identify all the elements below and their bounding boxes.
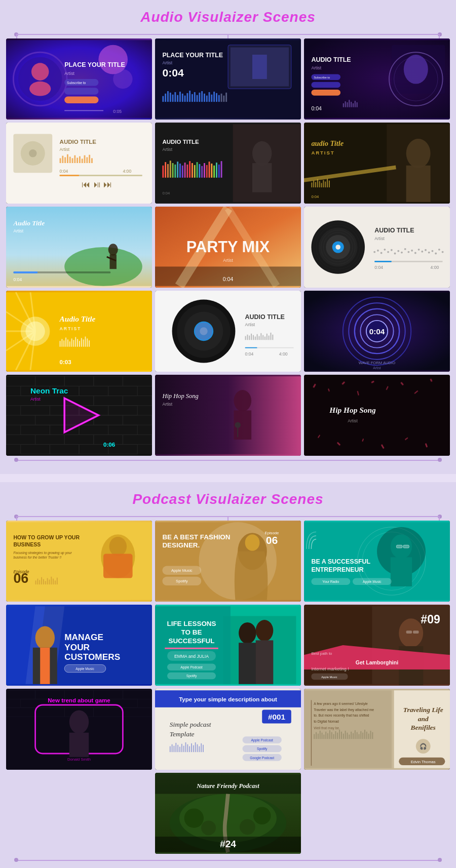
audio-card-7[interactable]: Audio Title Artist 0:04	[6, 207, 152, 288]
svg-text:Apple Music: Apple Music	[75, 667, 94, 671]
audio-card-11[interactable]: AUDIO TITLE Artist	[155, 291, 301, 372]
svg-text:0:06: 0:06	[103, 442, 115, 448]
svg-text:LIFE LESSONS: LIFE LESSONS	[167, 620, 216, 627]
svg-text:4:00: 4:00	[431, 265, 439, 270]
svg-point-177	[387, 251, 389, 253]
svg-rect-218	[75, 337, 76, 347]
svg-rect-136	[317, 179, 318, 187]
svg-rect-87	[89, 155, 90, 163]
svg-rect-195	[374, 261, 392, 262]
svg-rect-27	[174, 92, 176, 102]
svg-text:Google Podcast: Google Podcast	[250, 756, 274, 760]
audio-card-10[interactable]: Audio Title ARTIST	[6, 291, 152, 372]
svg-point-192	[438, 249, 440, 251]
svg-rect-106	[177, 162, 178, 178]
audio-card-13[interactable]: Neon Trac Artist 0:06	[6, 375, 152, 456]
podcast-card-9[interactable]: Traveling Life and Benifiles 🎧 Edvin Tho…	[304, 689, 450, 770]
svg-text:0:04: 0:04	[162, 191, 170, 195]
svg-point-191	[435, 253, 437, 255]
svg-text:Spotify: Spotify	[176, 579, 188, 583]
svg-text:PLACE YOUR TITLE: PLACE YOUR TITLE	[64, 61, 125, 68]
svg-rect-488	[339, 730, 340, 739]
svg-rect-498	[359, 734, 360, 739]
audio-grid: PLACE YOUR TITLE Artist Subscribe to 0:0…	[0, 38, 456, 456]
podcast-card-10[interactable]: Nature Friendy Podcast #24	[155, 773, 301, 854]
svg-rect-346	[43, 579, 44, 585]
audio-card-8[interactable]: PARTY MIX Artist 0:04	[155, 207, 301, 288]
podcast-card-3[interactable]: BE A SUCCESSFUL ENTREPRENEUR Your Radio …	[304, 521, 450, 602]
svg-rect-487	[337, 733, 338, 739]
svg-text:Hip Hop Song: Hip Hop Song	[162, 392, 198, 400]
svg-rect-496	[355, 730, 356, 739]
svg-rect-451	[173, 746, 174, 752]
svg-rect-343	[37, 579, 38, 585]
svg-text:Artist: Artist	[245, 322, 255, 327]
svg-text:Type your simple description a: Type your simple description about	[179, 696, 277, 702]
svg-rect-307	[155, 376, 301, 454]
audio-card-12[interactable]: 0:04 WAVE FORM AUDIO Artist	[304, 291, 450, 372]
svg-rect-464	[199, 746, 200, 753]
svg-rect-351	[53, 579, 54, 585]
svg-text:ARTIST: ARTIST	[311, 150, 334, 155]
svg-rect-35	[194, 92, 196, 102]
svg-rect-100	[162, 166, 164, 178]
svg-point-188	[425, 249, 427, 251]
podcast-bottom-decoration	[5, 858, 451, 866]
svg-text:to Digital Nomad: to Digital Nomad	[314, 720, 339, 724]
svg-text:Artist: Artist	[373, 366, 381, 370]
audio-card-14[interactable]: Hip Hop Song Artist	[155, 375, 301, 456]
podcast-card-5[interactable]: LIFE LESSONS TO BE SUCCESSFUL EMMA and J…	[155, 605, 301, 686]
podcast-card-6[interactable]: Get Lamborghini #09 Best path to Interne…	[304, 605, 450, 686]
audio-card-5[interactable]: AUDIO TITLE Artist	[155, 123, 301, 204]
audio-card-3[interactable]: AUDIO TITLE Artist Subscribe to 0:04	[304, 38, 450, 120]
podcast-card-8[interactable]: Type your simple description about #001 …	[155, 689, 301, 770]
svg-rect-214	[67, 339, 68, 346]
svg-rect-247	[267, 334, 268, 340]
svg-text:⏮ ⏯ ⏭: ⏮ ⏯ ⏭	[82, 179, 112, 189]
podcast-card-7[interactable]: New trend about game Donald Smith	[6, 689, 152, 770]
audio-card-1[interactable]: PLACE YOUR TITLE Artist Subscribe to 0:0…	[6, 38, 152, 120]
svg-rect-133	[311, 182, 312, 187]
svg-rect-34	[192, 94, 193, 102]
svg-rect-117	[204, 163, 205, 178]
svg-point-128	[406, 139, 431, 168]
svg-point-524	[253, 807, 271, 825]
svg-text:EMMA and JULIA: EMMA and JULIA	[174, 654, 209, 659]
audio-card-15[interactable]: Hip Hop Song Artist	[304, 375, 450, 456]
audio-card-4[interactable]: AUDIO TITLE Artist	[6, 123, 152, 204]
svg-rect-220	[79, 341, 80, 347]
svg-rect-494	[351, 732, 352, 739]
svg-point-146	[108, 244, 118, 255]
svg-text:ARTIST: ARTIST	[60, 326, 82, 331]
svg-rect-477	[318, 734, 319, 739]
svg-text:PARTY MIX: PARTY MIX	[186, 238, 270, 256]
svg-rect-240	[253, 335, 254, 340]
audio-card-2[interactable]: PLACE YOUR TITLE Artist 0:04	[155, 38, 301, 120]
svg-text:Artist: Artist	[64, 71, 74, 76]
svg-rect-493	[349, 735, 350, 739]
podcast-card-2[interactable]: BE A BEST FASHION DESIGNER. Episode 06 A…	[155, 521, 301, 602]
podcast-card-4[interactable]: MANAGE YOUR CUSTOMERS Apple Music	[6, 605, 152, 686]
svg-rect-344	[39, 580, 40, 584]
svg-point-179	[394, 253, 396, 255]
svg-rect-65	[351, 102, 352, 107]
svg-rect-245	[262, 335, 263, 340]
podcast-section-title: Podcast Visulaizer Scenes	[0, 482, 456, 512]
svg-rect-61	[343, 103, 344, 107]
svg-rect-79	[69, 157, 71, 163]
svg-rect-491	[345, 731, 346, 739]
svg-text:and: and	[418, 715, 429, 723]
svg-rect-63	[347, 102, 348, 107]
svg-rect-120	[211, 164, 212, 178]
svg-rect-36	[197, 95, 198, 102]
svg-rect-461	[193, 745, 194, 752]
audio-card-9[interactable]: AUDIO TITLE Artist	[304, 207, 450, 288]
svg-text:0:04: 0:04	[369, 327, 385, 336]
podcast-card-1[interactable]: HOW TO GROW UP YOUR BUSINESS Focusing st…	[6, 521, 152, 602]
svg-rect-237	[247, 335, 248, 340]
svg-rect-114	[197, 162, 198, 178]
svg-rect-352	[55, 580, 56, 584]
audio-card-6[interactable]: audio Title ARTIST	[304, 123, 450, 204]
svg-text:A few years ago it seemed 'Lif: A few years ago it seemed 'Lifestyle	[314, 702, 368, 706]
svg-rect-213	[65, 337, 66, 346]
